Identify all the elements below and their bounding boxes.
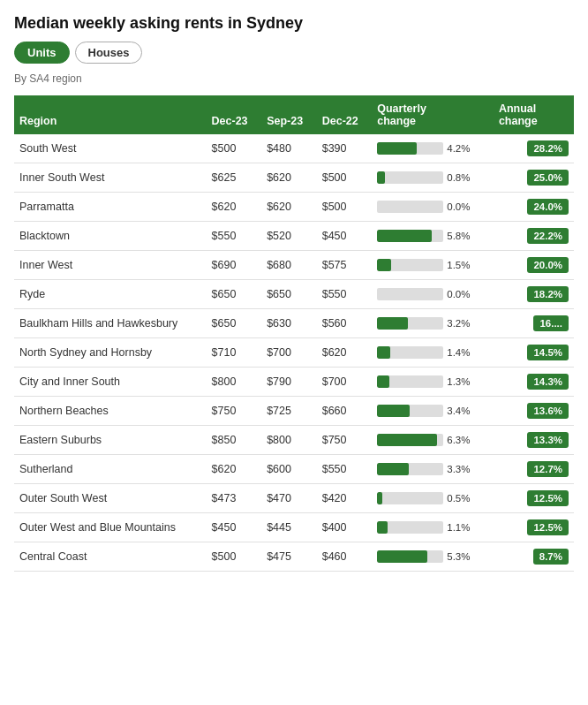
col-header-annual: Annualchange xyxy=(494,95,574,134)
toggle-houses[interactable]: Houses xyxy=(75,42,143,64)
cell-quarterly: 3.3% xyxy=(372,455,494,484)
quarterly-label: 6.3% xyxy=(447,435,473,445)
annual-pill: 13.3% xyxy=(527,432,569,448)
data-table: Region Dec-23 Sep-23 Dec-22 Quarterlycha… xyxy=(14,95,574,572)
quarterly-bar-fill xyxy=(377,230,432,242)
subtitle: By SA4 region xyxy=(14,72,574,85)
quarterly-label: 0.8% xyxy=(447,172,473,183)
quarterly-bar-fill xyxy=(377,463,408,475)
cell-quarterly: 1.4% xyxy=(372,338,494,368)
cell-annual: 14.3% xyxy=(494,368,574,397)
cell-sep23: $445 xyxy=(261,513,317,542)
quarterly-label: 1.5% xyxy=(447,260,473,270)
cell-dec23: $750 xyxy=(207,397,262,426)
cell-dec23: $800 xyxy=(207,368,262,397)
cell-sep23: $725 xyxy=(261,397,317,426)
annual-pill: 25.0% xyxy=(527,170,569,186)
cell-sep23: $480 xyxy=(261,134,317,163)
cell-quarterly: 0.0% xyxy=(372,193,494,222)
cell-quarterly: 6.3% xyxy=(372,426,494,455)
table-row: Parramatta$620$620$5000.0%24.0% xyxy=(14,193,574,222)
cell-sep23: $630 xyxy=(261,309,317,338)
table-row: Central Coast$500$475$4605.3%8.7% xyxy=(14,542,574,572)
cell-dec23: $650 xyxy=(207,309,262,338)
cell-region: North Sydney and Hornsby xyxy=(14,338,207,368)
cell-sep23: $475 xyxy=(261,542,317,572)
cell-annual: 24.0% xyxy=(494,193,574,222)
quarterly-bar-fill xyxy=(377,550,427,563)
cell-sep23: $600 xyxy=(261,455,317,484)
quarterly-bar-fill xyxy=(377,434,437,446)
cell-quarterly: 3.2% xyxy=(372,309,494,338)
cell-dec22: $450 xyxy=(317,222,373,251)
cell-sep23: $700 xyxy=(261,338,317,368)
annual-pill: 12.5% xyxy=(527,490,569,506)
annual-pill: 13.6% xyxy=(527,403,569,419)
quarterly-label: 0.5% xyxy=(447,493,473,504)
quarterly-label: 3.4% xyxy=(447,406,473,416)
cell-dec23: $690 xyxy=(207,251,262,280)
cell-quarterly: 1.3% xyxy=(372,368,494,397)
cell-region: Inner South West xyxy=(14,163,207,193)
cell-quarterly: 0.5% xyxy=(372,484,494,513)
quarterly-bar-fill xyxy=(377,171,385,184)
cell-dec22: $560 xyxy=(317,309,373,338)
table-row: Inner West$690$680$5751.5%20.0% xyxy=(14,251,574,280)
cell-dec22: $660 xyxy=(317,397,373,426)
cell-quarterly: 1.5% xyxy=(372,251,494,280)
cell-dec22: $500 xyxy=(317,163,373,193)
cell-region: Sutherland xyxy=(14,455,207,484)
quarterly-bar-fill xyxy=(377,317,407,330)
cell-dec22: $390 xyxy=(317,134,373,163)
toggle-units[interactable]: Units xyxy=(14,42,70,64)
cell-dec22: $460 xyxy=(317,542,373,572)
cell-dec23: $500 xyxy=(207,542,262,572)
col-header-sep23: Sep-23 xyxy=(261,95,317,134)
cell-dec22: $550 xyxy=(317,455,373,484)
cell-region: South West xyxy=(14,134,207,163)
annual-pill: 18.2% xyxy=(527,286,569,302)
cell-annual: 16.... xyxy=(494,309,574,338)
annual-pill: 12.5% xyxy=(527,519,569,535)
cell-dec22: $700 xyxy=(317,368,373,397)
cell-dec22: $420 xyxy=(317,484,373,513)
cell-region: Eastern Suburbs xyxy=(14,426,207,455)
annual-pill: 20.0% xyxy=(527,257,569,273)
cell-annual: 22.2% xyxy=(494,222,574,251)
cell-region: Baulkham Hills and Hawkesbury xyxy=(14,309,207,338)
cell-annual: 20.0% xyxy=(494,251,574,280)
cell-sep23: $520 xyxy=(261,222,317,251)
cell-annual: 13.3% xyxy=(494,426,574,455)
cell-dec23: $620 xyxy=(207,455,262,484)
table-row: Baulkham Hills and Hawkesbury$650$630$56… xyxy=(14,309,574,338)
quarterly-bar-fill xyxy=(377,375,389,388)
col-header-dec23: Dec-23 xyxy=(207,95,262,134)
quarterly-label: 5.8% xyxy=(447,231,473,241)
table-row: Inner South West$625$620$5000.8%25.0% xyxy=(14,163,574,193)
table-row: North Sydney and Hornsby$710$700$6201.4%… xyxy=(14,338,574,368)
quarterly-label: 0.0% xyxy=(447,289,473,299)
annual-pill: 24.0% xyxy=(527,199,569,215)
table-row: Outer South West$473$470$4200.5%12.5% xyxy=(14,484,574,513)
cell-sep23: $800 xyxy=(261,426,317,455)
cell-dec23: $500 xyxy=(207,134,262,163)
cell-region: Outer South West xyxy=(14,484,207,513)
cell-annual: 12.5% xyxy=(494,513,574,542)
cell-region: Inner West xyxy=(14,251,207,280)
cell-dec23: $650 xyxy=(207,280,262,309)
cell-quarterly: 0.0% xyxy=(372,280,494,309)
annual-pill: 16.... xyxy=(533,315,569,331)
cell-dec23: $710 xyxy=(207,338,262,368)
annual-pill: 22.2% xyxy=(527,228,569,244)
col-header-quarterly: Quarterlychange xyxy=(372,95,494,134)
table-row: Northern Beaches$750$725$6603.4%13.6% xyxy=(14,397,574,426)
cell-dec23: $620 xyxy=(207,193,262,222)
cell-sep23: $650 xyxy=(261,280,317,309)
quarterly-label: 3.2% xyxy=(447,318,473,329)
cell-region: Northern Beaches xyxy=(14,397,207,426)
cell-dec22: $400 xyxy=(317,513,373,542)
cell-annual: 14.5% xyxy=(494,338,574,368)
quarterly-bar-fill xyxy=(377,259,391,271)
table-row: South West$500$480$3904.2%28.2% xyxy=(14,134,574,163)
table-row: Outer West and Blue Mountains$450$445$40… xyxy=(14,513,574,542)
